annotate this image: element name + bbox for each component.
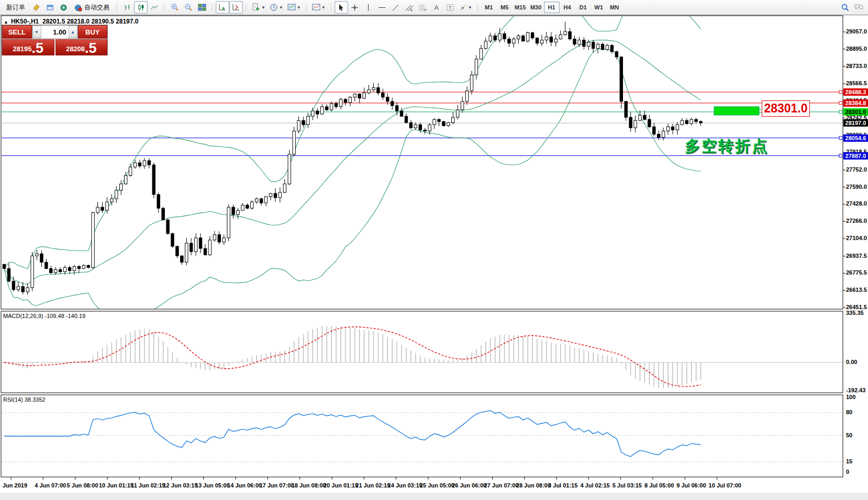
timeframe-M1[interactable]: M1 [481, 2, 497, 13]
channel-tool-icon[interactable]: E [403, 1, 416, 14]
volume-increase-button[interactable]: ▲ [69, 26, 77, 38]
indicators-list-button[interactable]: ▼ [310, 1, 328, 14]
autotrading-button[interactable]: 自动交易 [70, 1, 114, 14]
hline-handle[interactable] [839, 90, 842, 94]
auto-scroll-icon[interactable] [216, 1, 229, 14]
time-axis-label: 24 Jun 03:15 [388, 482, 422, 488]
timeframe-M5[interactable]: M5 [497, 2, 513, 13]
time-axis-label: 10 Jun 01:15 [99, 482, 133, 488]
fibonacci-tool-icon[interactable]: F [416, 1, 430, 14]
signal-icon[interactable] [57, 1, 70, 14]
toolbar-separator [162, 2, 167, 13]
time-axis-label: 5 Jul 03:15 [613, 482, 642, 488]
candlestick-chart-icon[interactable] [134, 1, 148, 14]
add-indicator-button[interactable]: ▼ [250, 1, 268, 14]
volume-input[interactable] [41, 26, 69, 38]
price-tick-label: 29057.0 [846, 28, 867, 35]
sell-price[interactable]: 28195.5 [2, 39, 54, 55]
bollinger-lower [4, 49, 701, 322]
time-axis-label: 5 Jun 08:00 [67, 482, 98, 488]
main-toolbar: 新订单 自动交易 [0, 0, 868, 15]
timeframe-toolbar: M1M5M15M30H1H4D1W1MN [481, 2, 622, 13]
time-axis-label: 27 Jun 07:00 [484, 482, 519, 488]
time-axis-label: 11 Jun 02:15 [131, 482, 165, 488]
hline-handle[interactable] [839, 154, 842, 157]
cursor-tool-icon[interactable] [335, 1, 348, 14]
sell-price-main: 28195 [13, 45, 31, 54]
chart-canvas[interactable] [0, 0, 868, 500]
autotrading-icon [74, 4, 82, 12]
timeframe-MN[interactable]: MN [607, 2, 622, 13]
rsi-tick-label: 15 [846, 458, 852, 464]
hline-handle[interactable] [839, 137, 842, 140]
time-axis-label: Jun 2019 [3, 482, 27, 488]
price-tick-label: 27266.0 [846, 218, 867, 224]
time-axis-label: 13 Jun 05:00 [195, 482, 230, 488]
timeframe-D1[interactable]: D1 [575, 2, 591, 13]
vertical-line-tool-icon[interactable] [362, 1, 375, 14]
add-indicator-icon [252, 3, 260, 12]
current-price-tag: 28197.0 [843, 119, 868, 127]
bar-chart-icon[interactable] [120, 1, 134, 14]
time-axis-label: 18 Jun 08:00 [292, 482, 326, 488]
dropdown-caret-icon: ▼ [321, 5, 326, 10]
timeframe-H4[interactable]: H4 [560, 2, 575, 13]
text-tool-icon[interactable]: A [430, 1, 443, 14]
periods-button[interactable]: ▼ [268, 1, 285, 14]
time-axis-label: 26 Jun 06:00 [452, 482, 486, 488]
price-tick-label: 26613.5 [846, 287, 867, 293]
panel-collapse-icon[interactable]: ▲ [4, 19, 8, 25]
macd-tick-label: -192.43 [846, 387, 865, 393]
hline-handle[interactable] [839, 110, 842, 113]
chat-icon[interactable] [852, 1, 866, 14]
rsi-tick-label: 100 [846, 394, 855, 400]
time-axis-label: 9 Jul 06:00 [676, 482, 706, 488]
pane-border-2 [1, 395, 843, 477]
chart-shift-icon[interactable] [229, 1, 243, 14]
horizontal-line-tool-icon[interactable] [375, 1, 389, 14]
dropdown-caret-icon: ▼ [279, 5, 283, 10]
toolbar-separator [329, 2, 333, 13]
timeframe-W1[interactable]: W1 [591, 2, 607, 13]
buy-button[interactable]: BUY [78, 25, 108, 39]
line-chart-icon[interactable] [148, 1, 161, 14]
trendline-tool-icon[interactable] [389, 1, 403, 14]
rsi-line [4, 411, 701, 457]
one-click-trading-panel: SELL ▼ ▲ BUY 28195.5 28208.5 [2, 25, 108, 55]
highlight-zone-rect[interactable] [714, 107, 759, 115]
arrows-tool-button[interactable]: ▼ [457, 1, 474, 14]
time-axis-label: 17 Jun 07:00 [259, 482, 294, 488]
zoom-in-icon[interactable] [168, 1, 182, 14]
volume-decrease-button[interactable]: ▼ [32, 26, 41, 38]
label-tool-icon[interactable]: T [443, 1, 457, 14]
macd-label: MACD(12,26,9) -109.48 -140.19 [3, 313, 85, 319]
price-callout-label[interactable]: 28301.0 [762, 100, 810, 117]
volume-stepper: ▼ ▲ [32, 25, 78, 39]
price-tag-27887.0: 27887.0 [843, 152, 868, 160]
sell-button[interactable]: SELL [2, 25, 32, 39]
zoom-out-icon[interactable] [182, 1, 195, 14]
timeframe-M15[interactable]: M15 [513, 2, 528, 13]
new-order-button[interactable]: 新订单 [2, 1, 29, 14]
timeframe-M30[interactable]: M30 [528, 2, 544, 13]
timeframe-H1[interactable]: H1 [544, 2, 560, 13]
rsi-label: RSI(14) 38.3352 [3, 396, 46, 403]
toolbar-separator [210, 2, 215, 13]
toolbar-separator [475, 2, 480, 13]
pane-border-0 [1, 16, 843, 309]
crosshair-tool-icon[interactable] [348, 1, 362, 14]
buy-price[interactable]: 28208.5 [55, 39, 108, 55]
hline-handle[interactable] [839, 101, 842, 105]
time-axis-label: 14 Jun 06:00 [227, 482, 262, 488]
new-order-label: 新订单 [6, 3, 25, 12]
indicators-list-icon [312, 3, 320, 12]
template-button[interactable]: ▼ [285, 1, 303, 14]
macd-signal-line [4, 327, 701, 387]
tile-windows-icon[interactable] [195, 1, 209, 14]
tag-icon[interactable] [29, 1, 43, 14]
terminal-window-icon[interactable] [43, 1, 57, 14]
time-axis-label: 28 Jun 08:00 [516, 482, 551, 488]
time-axis-label: 10 Jul 07:00 [709, 482, 741, 488]
chart-title: ▲HK50-,H1 28201.5 28218.0 28190.5 28197.… [4, 18, 138, 25]
search-icon[interactable] [838, 1, 852, 14]
